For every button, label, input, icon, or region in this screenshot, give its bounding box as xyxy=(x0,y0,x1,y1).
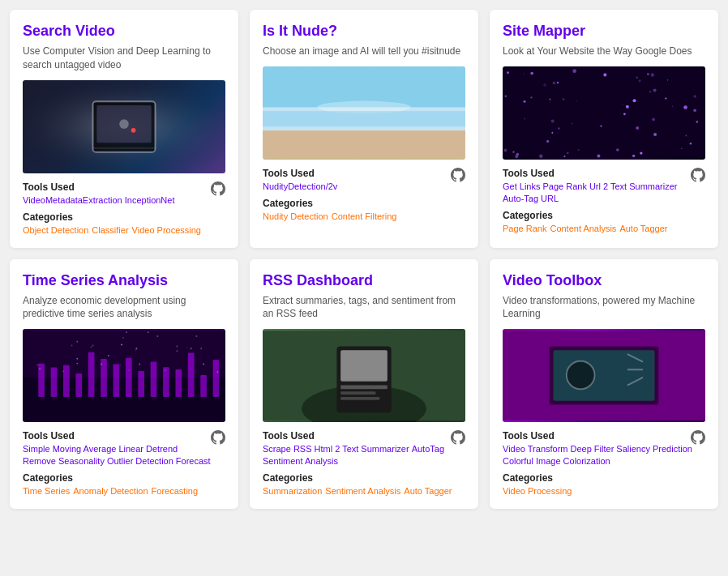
tools-links-site-mapper: Get Links Page Rank Url 2 Text Summarize… xyxy=(503,181,705,203)
svg-point-12 xyxy=(523,73,525,75)
category-tag[interactable]: Page Rank xyxy=(503,224,546,233)
card-title-search-video[interactable]: Search Video xyxy=(23,23,225,40)
tool-link[interactable]: VideoMetadataExtraction xyxy=(23,195,122,205)
card-time-series: Time Series AnalysisAnalyze economic dev… xyxy=(10,259,238,510)
svg-point-37 xyxy=(572,123,572,124)
category-tag[interactable]: Video Processing xyxy=(132,225,201,235)
tool-link[interactable]: Summarizer xyxy=(629,181,677,191)
svg-rect-124 xyxy=(340,391,375,395)
tools-label-video-toolbox: Tools Used xyxy=(503,430,705,442)
category-tag[interactable]: Content Filtering xyxy=(332,211,397,221)
category-tag[interactable]: Video Processing xyxy=(503,486,572,496)
svg-point-43 xyxy=(653,88,657,92)
categories-section-search-video: CategoriesObject DetectionClassifierVide… xyxy=(23,211,225,235)
svg-rect-123 xyxy=(340,386,388,390)
svg-point-53 xyxy=(530,72,533,75)
svg-point-32 xyxy=(628,109,629,109)
tools-label-rss-dashboard: Tools Used xyxy=(263,430,465,442)
tool-link[interactable]: Video Transform xyxy=(503,444,568,454)
tool-link[interactable]: Scrape RSS xyxy=(263,444,312,454)
category-tag[interactable]: Auto Tagger xyxy=(404,486,452,496)
category-tag[interactable]: Forecasting xyxy=(152,486,198,496)
svg-point-49 xyxy=(693,109,696,112)
card-title-time-series[interactable]: Time Series Analysis xyxy=(23,272,225,289)
category-tag[interactable]: Anomaly Detection xyxy=(73,486,148,496)
tools-links-rss-dashboard: Scrape RSS Html 2 Text Summarizer AutoTa… xyxy=(263,444,465,466)
tool-link[interactable]: Summarizer xyxy=(361,444,409,454)
svg-point-94 xyxy=(186,348,188,349)
card-image-site-mapper xyxy=(503,66,705,160)
svg-point-48 xyxy=(572,69,576,73)
svg-point-105 xyxy=(126,331,127,333)
svg-rect-78 xyxy=(88,352,95,397)
tools-section-is-it-nude: Tools UsedNudityDetection/2v xyxy=(263,168,465,191)
tools-links-is-it-nude: NudityDetection/2v xyxy=(263,181,465,191)
svg-point-4 xyxy=(131,128,136,133)
svg-point-67 xyxy=(558,127,560,130)
card-image-video-toolbox xyxy=(503,329,705,422)
tool-link[interactable]: NudityDetection/2v xyxy=(263,181,337,191)
github-icon[interactable] xyxy=(451,430,465,445)
svg-point-61 xyxy=(515,155,518,158)
tool-link[interactable]: Sentiment Analysis xyxy=(263,456,338,466)
github-icon[interactable] xyxy=(211,181,225,196)
svg-point-66 xyxy=(603,73,606,76)
svg-point-40 xyxy=(651,73,654,76)
tool-link[interactable]: Outlier Detection xyxy=(107,456,173,466)
category-tag[interactable]: Nudity Detection xyxy=(263,211,328,221)
card-is-it-nude: Is It Nude?Choose an image and AI will t… xyxy=(250,10,478,248)
github-icon[interactable] xyxy=(691,168,705,182)
tool-link[interactable]: Linear Detrend xyxy=(118,444,178,454)
svg-point-36 xyxy=(683,105,687,109)
svg-point-18 xyxy=(690,143,692,145)
svg-point-57 xyxy=(563,156,565,157)
svg-point-116 xyxy=(139,364,140,365)
card-image-search-video xyxy=(23,80,225,173)
svg-point-27 xyxy=(531,104,532,105)
svg-point-46 xyxy=(512,151,514,152)
tool-link[interactable]: Colorful Image Colorization xyxy=(503,456,610,466)
svg-rect-122 xyxy=(340,350,388,381)
tool-link[interactable]: AutoTag xyxy=(412,444,444,454)
svg-rect-87 xyxy=(200,375,207,397)
category-tag[interactable]: Summarization xyxy=(263,486,322,496)
card-title-site-mapper[interactable]: Site Mapper xyxy=(503,23,705,40)
svg-point-50 xyxy=(623,113,626,115)
svg-point-41 xyxy=(653,133,657,136)
svg-point-15 xyxy=(616,148,619,151)
tool-link[interactable]: InceptionNet xyxy=(125,195,175,205)
tool-link[interactable]: Page Rank xyxy=(542,181,586,191)
svg-point-99 xyxy=(71,345,73,347)
tool-link[interactable]: Remove Seasonality xyxy=(23,456,105,466)
card-desc-time-series: Analyze economic development using predi… xyxy=(23,294,225,322)
svg-point-93 xyxy=(200,348,202,350)
tool-link[interactable]: Auto-Tag URL xyxy=(503,194,559,203)
svg-point-33 xyxy=(652,117,655,121)
card-site-mapper: Site MapperLook at Your Website the Way … xyxy=(490,10,718,248)
card-image-time-series xyxy=(23,329,225,422)
tool-link[interactable]: Saliency Prediction xyxy=(616,444,692,454)
category-tag[interactable]: Sentiment Analysis xyxy=(325,486,400,496)
tool-link[interactable]: Url 2 Text xyxy=(589,181,627,191)
tool-link[interactable]: Forecast xyxy=(176,456,211,466)
svg-point-29 xyxy=(507,71,509,74)
card-rss-dashboard: RSS DashboardExtract summaries, tags, an… xyxy=(250,259,478,510)
tool-link[interactable]: Simple Moving Average xyxy=(23,444,116,454)
card-title-video-toolbox[interactable]: Video Toolbox xyxy=(503,272,705,289)
category-tag[interactable]: Content Analysis xyxy=(550,224,616,233)
category-tag[interactable]: Auto Tagger xyxy=(619,224,667,233)
tools-section-time-series: Tools UsedSimple Moving Average Linear D… xyxy=(23,430,225,466)
github-icon[interactable] xyxy=(451,168,465,182)
github-icon[interactable] xyxy=(691,430,705,445)
category-tag[interactable]: Time Series xyxy=(23,486,70,496)
category-tag[interactable]: Classifier xyxy=(92,225,128,235)
card-title-is-it-nude[interactable]: Is It Nude? xyxy=(263,23,465,40)
svg-point-16 xyxy=(553,81,556,84)
category-tag[interactable]: Object Detection xyxy=(23,225,88,235)
tool-link[interactable]: Deep Filter xyxy=(571,444,615,454)
card-title-rss-dashboard[interactable]: RSS Dashboard xyxy=(263,272,465,289)
tool-link[interactable]: Html 2 Text xyxy=(315,444,359,454)
github-icon[interactable] xyxy=(211,430,225,445)
svg-point-64 xyxy=(557,82,559,84)
tool-link[interactable]: Get Links xyxy=(503,181,540,191)
